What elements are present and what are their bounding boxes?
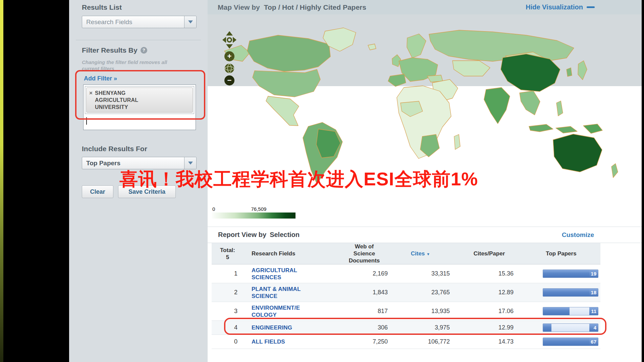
map-region[interactable] xyxy=(484,87,510,124)
map-region[interactable] xyxy=(556,126,577,133)
row-docs: 2,169 xyxy=(344,270,398,277)
legend-max-label: 76,509 xyxy=(251,206,267,212)
top-papers-bar[interactable]: 18 xyxy=(543,288,598,297)
row-docs: 817 xyxy=(344,308,398,315)
field-link[interactable]: AGRICULTURAL SCIENCES xyxy=(244,267,297,281)
legend-gradient-bar xyxy=(212,213,296,219)
hide-visualization-minus-icon xyxy=(587,6,595,8)
map-region[interactable] xyxy=(611,164,618,178)
map-region[interactable] xyxy=(388,74,406,86)
sort-desc-icon: ▼ xyxy=(426,252,430,256)
top-papers-value: 18 xyxy=(591,289,596,296)
row-cites-per-paper: 12.99 xyxy=(457,324,522,331)
table-row: 3 ENVIRONMENT/E COLOGY 817 13,935 17.06 … xyxy=(212,302,600,321)
map-region[interactable] xyxy=(429,30,574,61)
map-region[interactable] xyxy=(253,69,320,97)
cites-header-label: Cites xyxy=(411,250,425,257)
map-region[interactable] xyxy=(368,44,376,50)
map-pan-control[interactable] xyxy=(222,31,237,49)
row-cites-per-paper: 15.36 xyxy=(457,270,522,277)
bar-fill xyxy=(543,270,594,278)
globe-reset-button[interactable] xyxy=(224,63,234,73)
report-view-label: Report View by xyxy=(218,231,266,239)
top-papers-bar[interactable]: 67 xyxy=(543,338,598,346)
filter-input-box[interactable]: × SHENYANG AGRICULTURAL UNIVERSITY xyxy=(83,84,196,130)
column-header-research-fields[interactable]: Research Fields xyxy=(244,250,344,257)
include-results-title: Include Results For xyxy=(82,145,147,153)
pan-down-icon[interactable] xyxy=(226,44,233,49)
column-header-cites-per-paper[interactable]: Cites/Paper xyxy=(457,250,522,257)
map-region[interactable] xyxy=(454,134,460,149)
filter-results-by-title: Filter Results By xyxy=(82,46,138,54)
row-docs: 7,250 xyxy=(344,338,398,345)
filter-tag: × SHENYANG AGRICULTURAL UNIVERSITY xyxy=(86,87,193,113)
pan-right-icon[interactable] xyxy=(233,37,236,43)
add-filter-link[interactable]: Add Filter » xyxy=(84,75,117,82)
sidebar-divider xyxy=(76,40,201,40)
filter-note-line1: Changing the filter field removes all xyxy=(82,59,167,65)
hide-visualization-link[interactable]: Hide Visualization xyxy=(526,3,595,11)
clear-button[interactable]: Clear xyxy=(82,185,113,198)
row-cites-per-paper: 12.89 xyxy=(457,289,522,296)
remove-filter-icon[interactable]: × xyxy=(89,89,93,111)
field-link[interactable]: ENVIRONMENT/E COLOGY xyxy=(244,304,300,318)
field-link[interactable]: ENGINEERING xyxy=(244,324,292,331)
row-cites-per-paper: 17.06 xyxy=(457,308,522,315)
pan-left-icon[interactable] xyxy=(222,37,226,43)
map-region[interactable] xyxy=(520,91,540,115)
pan-center-icon[interactable] xyxy=(227,38,231,42)
map-region[interactable] xyxy=(556,101,563,116)
row-docs: 1,843 xyxy=(344,289,398,296)
zoom-out-button[interactable]: − xyxy=(224,75,234,85)
top-papers-bar[interactable]: 11 xyxy=(543,307,598,315)
row-cites: 13,935 xyxy=(398,308,457,315)
chevron-down-icon xyxy=(188,20,193,23)
total-value: 5 xyxy=(212,254,244,261)
table-row-engineering: 4 ENGINEERING 306 3,975 12.99 4 xyxy=(212,321,600,335)
map-view-value: Top / Hot / Highly Cited Papers xyxy=(264,3,366,11)
field-link[interactable]: ALL FIELDS xyxy=(244,338,285,345)
table-header-row: Total: 5 Research Fields Web of Science … xyxy=(212,243,600,264)
map-region[interactable] xyxy=(266,96,299,126)
total-label: Total: xyxy=(212,247,244,254)
customize-link[interactable]: Customize xyxy=(562,231,594,239)
map-region[interactable] xyxy=(583,124,602,133)
row-cites-per-paper: 14.73 xyxy=(457,338,522,345)
bar-fill xyxy=(543,307,570,315)
row-rank: 3 xyxy=(212,308,244,315)
include-results-dropdown-value: Top Papers xyxy=(82,160,120,167)
page: Results List Research Fields Filter Resu… xyxy=(0,0,644,362)
dropdown-button[interactable] xyxy=(184,16,196,28)
pan-up-icon[interactable] xyxy=(226,31,233,36)
map-region[interactable] xyxy=(247,35,330,71)
map-region[interactable] xyxy=(529,124,553,132)
column-header-cites[interactable]: Cites▼ xyxy=(398,250,457,257)
map-region[interactable] xyxy=(553,134,602,172)
results-list-dropdown[interactable]: Research Fields xyxy=(82,16,197,28)
map-region[interactable] xyxy=(452,61,490,76)
table-row-all-fields: 0 ALL FIELDS 7,250 106,772 14.73 67 xyxy=(212,335,600,349)
row-cites: 106,772 xyxy=(398,338,457,345)
field-link[interactable]: PLANT & ANIMAL SCIENCE xyxy=(244,286,301,300)
filter-tag-container: × SHENYANG AGRICULTURAL UNIVERSITY xyxy=(85,86,194,114)
announcement-text: 喜讯！我校工程学科首次进入ESI全球前1% xyxy=(119,167,478,192)
top-papers-bar[interactable]: 4 xyxy=(543,323,598,332)
top-papers-bar[interactable]: 19 xyxy=(543,269,598,278)
filter-note-line2: current filters xyxy=(82,65,167,72)
zoom-in-button[interactable]: + xyxy=(224,51,234,61)
map-region[interactable] xyxy=(407,34,426,58)
bar-fill xyxy=(543,324,551,331)
row-rank: 0 xyxy=(212,338,244,345)
map-region[interactable] xyxy=(567,68,572,76)
column-header-top-papers[interactable]: Top Papers xyxy=(522,250,600,257)
column-header-wos-documents[interactable]: Web of Science Documents xyxy=(344,243,398,264)
map-view-label: Map View by xyxy=(218,3,260,11)
help-icon[interactable]: ? xyxy=(141,47,147,54)
filter-tag-label: SHENYANG AGRICULTURAL UNIVERSITY xyxy=(95,89,139,111)
map-region[interactable] xyxy=(578,61,587,80)
row-rank: 2 xyxy=(212,289,244,296)
row-docs: 306 xyxy=(344,324,398,331)
report-view-value: Selection xyxy=(270,231,300,239)
legend-min-label: 0 xyxy=(212,206,215,212)
report-table: Total: 5 Research Fields Web of Science … xyxy=(212,243,600,349)
